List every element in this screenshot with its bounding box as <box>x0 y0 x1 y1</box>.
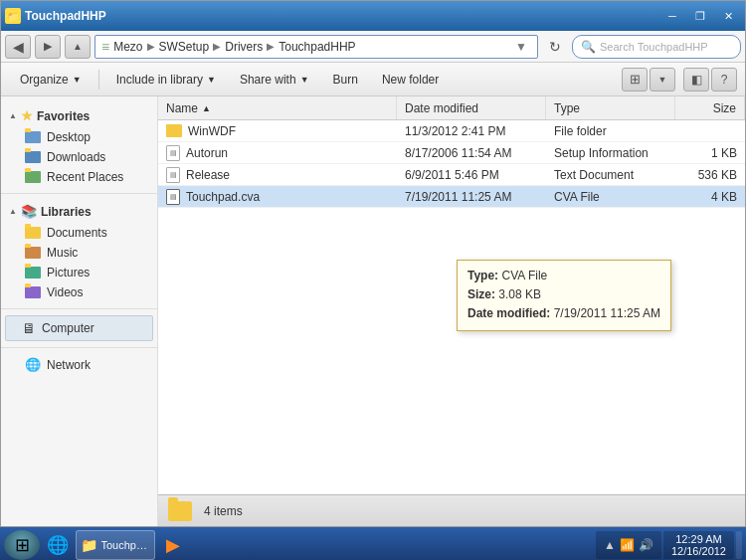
sidebar-item-downloads[interactable]: Downloads <box>1 147 157 167</box>
clock-time: 12:29 AM <box>675 533 721 545</box>
address-box[interactable]: ≡ Mezo ▶ SWSetup ▶ Drivers ▶ TouchpadHHP… <box>94 35 538 59</box>
documents-icon <box>25 227 41 239</box>
share-with-button[interactable]: Share with ▼ <box>229 67 320 93</box>
table-row[interactable]: WinWDF 11/3/2012 2:41 PM File folder <box>158 120 745 142</box>
include-library-button[interactable]: Include in library ▼ <box>105 67 227 93</box>
folder-icon <box>166 124 182 137</box>
explorer-taskbar-button[interactable]: 📁 TouchpadHHP <box>76 530 155 560</box>
close-button[interactable]: ✕ <box>715 6 741 26</box>
tray-up-arrow-icon[interactable]: ▲ <box>604 538 616 552</box>
organize-button[interactable]: Organize ▼ <box>9 67 93 93</box>
file-date-autorun: 8/17/2006 11:54 AM <box>397 146 546 160</box>
sidebar-libraries-header[interactable]: 📚 Libraries <box>1 200 157 223</box>
sidebar-divider-3 <box>1 347 157 348</box>
toolbar-separator-1 <box>98 70 99 90</box>
network-icon: 🌐 <box>25 357 41 372</box>
file-size-release: 536 KB <box>675 168 745 182</box>
sidebar-item-documents[interactable]: Documents <box>1 223 157 243</box>
address-dropdown-icon[interactable]: ▼ <box>515 40 531 54</box>
tooltip-type-line: Type: CVA File <box>467 267 660 285</box>
status-text: 4 items <box>204 504 243 518</box>
table-row[interactable]: ▤ Autorun 8/17/2006 11:54 AM Setup Infor… <box>158 142 745 164</box>
sidebar-item-computer[interactable]: 🖥 Computer <box>5 315 153 341</box>
sidebar-item-network[interactable]: 🌐 Network <box>1 354 157 375</box>
preview-pane-button[interactable]: ? <box>711 68 737 92</box>
media-icon: ▶ <box>166 534 180 556</box>
toolbar: Organize ▼ Include in library ▼ Share wi… <box>1 63 745 96</box>
crumb-mezo: Mezo <box>113 40 142 54</box>
sidebar-item-desktop[interactable]: Desktop <box>1 127 157 147</box>
start-button[interactable]: ⊞ <box>4 530 40 560</box>
crumb-current: TouchpadHHP <box>279 40 355 54</box>
clock-date: 12/16/2012 <box>671 545 726 557</box>
up-button[interactable]: ▲ <box>65 35 91 59</box>
new-folder-button[interactable]: New folder <box>371 67 450 93</box>
cva-icon: ▤ <box>166 189 180 205</box>
window-title: TouchpadHHP <box>25 9 106 23</box>
statusbar: 4 items <box>158 494 745 526</box>
sidebar-item-pictures[interactable]: Pictures <box>1 263 157 282</box>
clock[interactable]: 12:29 AM 12/16/2012 <box>663 531 734 559</box>
search-placeholder: Search TouchpadHHP <box>600 41 708 53</box>
sort-arrow-icon: ▲ <box>202 103 211 113</box>
explorer-window: 📁 TouchpadHHP ─ ❐ ✕ ◀ ▶ ▲ ≡ Mezo ▶ SWSet… <box>0 0 746 527</box>
table-row[interactable]: ▤ Release 6/9/2011 5:46 PM Text Document… <box>158 164 745 186</box>
burn-button[interactable]: Burn <box>322 67 369 93</box>
back-button[interactable]: ◀ <box>5 35 31 59</box>
tooltip-size-line: Size: 3.08 KB <box>467 285 660 304</box>
doc-icon: ▤ <box>166 167 180 183</box>
file-size-autorun: 1 KB <box>675 146 745 160</box>
taskbar-right: ▲ 📶 🔊 12:29 AM 12/16/2012 <box>596 531 742 559</box>
media-player-button[interactable]: ▶ <box>157 530 189 560</box>
addressbar: ◀ ▶ ▲ ≡ Mezo ▶ SWSetup ▶ Drivers ▶ Touch… <box>1 31 745 63</box>
pictures-icon <box>25 267 41 279</box>
search-icon: 🔍 <box>581 40 596 54</box>
include-dropdown-icon: ▼ <box>207 75 216 85</box>
file-date-touchpad: 7/19/2011 11:25 AM <box>397 190 546 204</box>
tray-network-icon[interactable]: 📶 <box>620 538 635 552</box>
taskbar: ⊞ 🌐 📁 TouchpadHHP ▶ ▲ 📶 🔊 12:29 AM 12/16… <box>0 527 746 560</box>
col-header-size[interactable]: Size <box>675 96 745 119</box>
sidebar-divider-2 <box>1 308 157 309</box>
file-list: Name ▲ Date modified Type Size <box>158 96 745 526</box>
restore-button[interactable]: ❐ <box>687 6 713 26</box>
forward-button[interactable]: ▶ <box>35 35 61 59</box>
sidebar-favorites-section: ★ Favorites Desktop Downloads Recent Pla… <box>1 104 157 187</box>
recent-folder-icon <box>25 171 41 183</box>
computer-icon: 🖥 <box>22 320 36 336</box>
organize-dropdown-icon: ▼ <box>73 75 82 85</box>
sidebar: ★ Favorites Desktop Downloads Recent Pla… <box>1 96 158 526</box>
file-type-release: Text Document <box>546 168 675 182</box>
sidebar-divider-1 <box>1 193 157 194</box>
file-name-winwdf: WinWDF <box>158 124 397 138</box>
view-options-button[interactable]: ⊞ <box>622 68 648 92</box>
favorites-star-icon: ★ <box>21 108 33 123</box>
show-desktop-button[interactable] <box>736 531 742 559</box>
videos-icon <box>25 286 41 298</box>
status-folder-icon <box>168 501 192 521</box>
titlebar-left: 📁 TouchpadHHP <box>5 8 106 24</box>
sidebar-item-recent-places[interactable]: Recent Places <box>1 167 157 187</box>
main-area: ★ Favorites Desktop Downloads Recent Pla… <box>1 96 745 526</box>
search-box[interactable]: 🔍 Search TouchpadHHP <box>572 35 741 59</box>
col-header-type[interactable]: Type <box>546 96 675 119</box>
sidebar-item-music[interactable]: Music <box>1 243 157 263</box>
file-size-touchpad: 4 KB <box>675 190 745 204</box>
minimize-button[interactable]: ─ <box>659 6 685 26</box>
file-name-autorun: ▤ Autorun <box>158 145 397 161</box>
ie-icon: 🌐 <box>47 534 69 556</box>
tooltip-date-line: Date modified: 7/19/2011 11:25 AM <box>467 304 660 323</box>
file-tooltip: Type: CVA File Size: 3.08 KB Date modifi… <box>457 260 671 331</box>
ie-button[interactable]: 🌐 <box>42 530 74 560</box>
file-date-winwdf: 11/3/2012 2:41 PM <box>397 124 546 138</box>
file-name-touchpad: ▤ Touchpad.cva <box>158 189 397 205</box>
details-pane-button[interactable]: ◧ <box>683 68 709 92</box>
sidebar-favorites-header[interactable]: ★ Favorites <box>1 104 157 127</box>
sidebar-item-videos[interactable]: Videos <box>1 282 157 302</box>
col-header-date[interactable]: Date modified <box>397 96 546 119</box>
table-row[interactable]: ▤ Touchpad.cva 7/19/2011 11:25 AM CVA Fi… <box>158 186 745 208</box>
refresh-button[interactable]: ↻ <box>542 35 568 59</box>
tray-volume-icon[interactable]: 🔊 <box>639 538 653 552</box>
col-header-name[interactable]: Name ▲ <box>158 96 397 119</box>
view-dropdown-button[interactable]: ▼ <box>650 68 675 92</box>
